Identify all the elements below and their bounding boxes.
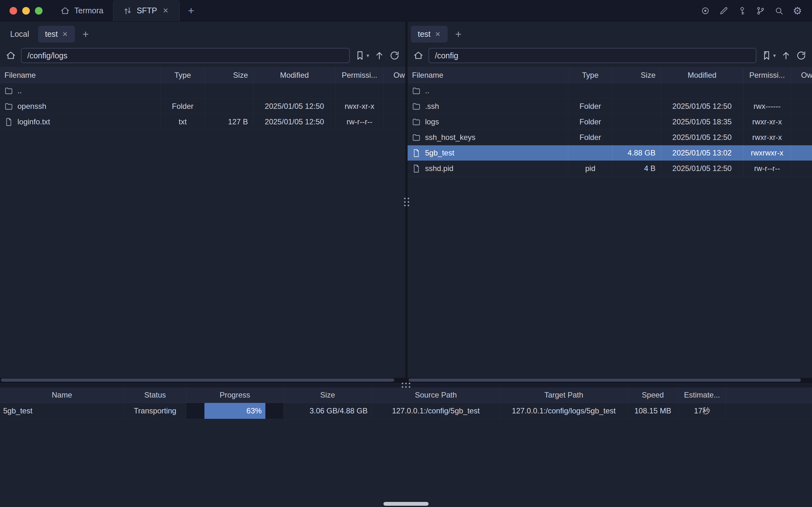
- scrollbar-thumb[interactable]: [1, 379, 394, 382]
- file-modified-cell: 2025/01/05 12:50: [661, 130, 744, 145]
- file-row[interactable]: loginfo.txttxt127 B2025/01/05 12:50rw-r-…: [0, 114, 405, 130]
- search-icon[interactable]: [774, 6, 784, 16]
- left-table-header: FilenameTypeSizeModifiedPermissi...Ow: [0, 67, 405, 83]
- refresh-icon[interactable]: [389, 50, 400, 61]
- pane-tab-test[interactable]: test✕: [38, 26, 75, 43]
- transfer-column-header-status[interactable]: Status: [124, 387, 186, 403]
- chevron-down-icon[interactable]: ▾: [366, 52, 369, 59]
- zoom-window-button[interactable]: [35, 7, 43, 15]
- file-owner-cell: [791, 145, 812, 161]
- column-header-perm[interactable]: Permissi...: [744, 68, 791, 83]
- transfer-table-body: 5gb_testTransporting63%3.06 GB/4.88 GB12…: [0, 403, 812, 419]
- file-name-cell: sshd.pid: [408, 161, 568, 176]
- file-name-label: ..: [17, 86, 21, 95]
- right-horizontal-scrollbar[interactable]: [408, 378, 812, 382]
- path-input[interactable]: [21, 48, 350, 63]
- file-row[interactable]: ..: [408, 83, 812, 99]
- file-modified-cell: 2025/01/05 18:35: [661, 114, 744, 129]
- file-size-cell: [613, 99, 661, 114]
- column-header-name[interactable]: Filename: [0, 68, 161, 83]
- close-tab-icon[interactable]: ✕: [435, 31, 441, 38]
- column-header-owner[interactable]: Ow: [383, 68, 405, 83]
- file-row[interactable]: .sshFolder2025/01/05 12:50rwx------: [408, 99, 812, 114]
- file-row[interactable]: ..: [0, 83, 405, 99]
- column-header-size[interactable]: Size: [205, 68, 253, 83]
- minimize-window-button[interactable]: [22, 7, 30, 15]
- tab-sftp[interactable]: SFTP ✕: [113, 0, 180, 21]
- file-row[interactable]: opensshFolder2025/01/05 12:50rwxr-xr-x: [0, 99, 405, 114]
- file-row[interactable]: ssh_host_keysFolder2025/01/05 12:50rwxr-…: [408, 130, 812, 145]
- transfer-column-header-progress[interactable]: Progress: [186, 387, 284, 403]
- scrollbar-thumb[interactable]: [409, 379, 801, 382]
- file-row[interactable]: 5gb_test4.88 GB2025/01/05 13:02rwxrwxr-x: [408, 145, 812, 161]
- home-icon[interactable]: [6, 50, 16, 61]
- folder-icon: [412, 133, 421, 142]
- column-header-owner[interactable]: Ow: [791, 68, 812, 83]
- key-icon[interactable]: [737, 6, 747, 16]
- right-table-empty-area: [408, 176, 812, 378]
- home-icon: [60, 6, 70, 15]
- splitter-grip-icon: [402, 383, 411, 388]
- tab-termora[interactable]: Termora: [51, 0, 113, 21]
- new-window-tab-button[interactable]: +: [180, 0, 203, 21]
- transfer-row[interactable]: 5gb_testTransporting63%3.06 GB/4.88 GB12…: [0, 403, 812, 419]
- column-header-mod[interactable]: Modified: [253, 68, 336, 83]
- transfer-source-path-cell: 127.0.0.1:/config/5gb_test: [372, 403, 500, 419]
- close-tab-icon[interactable]: ✕: [62, 31, 68, 38]
- pane-tab-test[interactable]: test✕: [411, 26, 447, 43]
- path-input[interactable]: [429, 48, 756, 63]
- transfer-column-header-speed[interactable]: Speed: [628, 387, 679, 403]
- right-pane-tabs: test✕+: [408, 21, 812, 46]
- transfer-status-cell: Transporting: [124, 403, 186, 419]
- file-size-cell: 4.88 GB: [613, 145, 661, 161]
- left-horizontal-scrollbar[interactable]: [0, 378, 405, 382]
- transfer-column-header-size[interactable]: Size: [284, 387, 372, 403]
- transfer-column-header-target[interactable]: Target Path: [500, 387, 628, 403]
- transfer-estimate-cell: 17秒: [679, 403, 726, 419]
- file-permissions-cell: rwxr-xr-x: [744, 114, 791, 129]
- transfer-column-header-estimate[interactable]: Estimate...: [679, 387, 726, 403]
- transfer-column-header-name[interactable]: Name: [0, 387, 124, 403]
- file-size-cell: [205, 99, 253, 114]
- new-pane-tab-button[interactable]: +: [77, 28, 95, 40]
- file-permissions-cell: [336, 83, 383, 98]
- transfer-column-header-source[interactable]: Source Path: [372, 387, 500, 403]
- bookmark-icon[interactable]: [355, 50, 365, 61]
- transfer-target-path-cell: 127.0.0.1:/config/logs/5gb_test: [500, 403, 628, 419]
- horizontal-splitter[interactable]: [0, 382, 812, 387]
- column-header-type[interactable]: Type: [161, 68, 205, 83]
- home-icon[interactable]: [413, 50, 424, 61]
- file-icon: [4, 118, 13, 126]
- column-header-name[interactable]: Filename: [408, 68, 568, 83]
- file-permissions-cell: rwxr-xr-x: [744, 130, 791, 145]
- file-type-cell: Folder: [568, 114, 613, 129]
- column-header-size[interactable]: Size: [613, 68, 661, 83]
- close-tab-icon[interactable]: ✕: [162, 7, 170, 15]
- file-name-label: .ssh: [425, 102, 439, 111]
- edit-icon[interactable]: [719, 6, 729, 16]
- transfer-panel: NameStatusProgressSizeSource PathTarget …: [0, 387, 812, 419]
- record-icon[interactable]: [700, 6, 710, 16]
- refresh-icon[interactable]: [796, 50, 806, 61]
- settings-icon[interactable]: ⚙: [792, 6, 803, 16]
- new-pane-tab-button[interactable]: +: [449, 28, 467, 40]
- parent-directory-icon[interactable]: [781, 50, 791, 61]
- file-row[interactable]: sshd.pidpid4 B2025/01/05 12:50rw-r--r--: [408, 161, 812, 176]
- file-row[interactable]: logsFolder2025/01/05 18:35rwxr-xr-x: [408, 114, 812, 130]
- bookmark-icon[interactable]: [762, 50, 772, 61]
- branch-icon[interactable]: [756, 6, 766, 16]
- bottom-scrollbar-thumb[interactable]: [383, 502, 429, 506]
- close-window-button[interactable]: [9, 7, 17, 15]
- folder-icon: [412, 118, 421, 126]
- transfer-table-header: NameStatusProgressSizeSource PathTarget …: [0, 387, 812, 403]
- left-pane: Localtest✕+ ▾ Filenam: [0, 21, 405, 382]
- column-header-mod[interactable]: Modified: [661, 68, 744, 83]
- column-header-perm[interactable]: Permissi...: [336, 68, 383, 83]
- chevron-down-icon[interactable]: ▾: [773, 52, 776, 59]
- right-pane: test✕+ ▾ FilenameType: [408, 21, 812, 382]
- file-permissions-cell: [744, 83, 791, 98]
- vertical-splitter[interactable]: [405, 21, 408, 382]
- column-header-type[interactable]: Type: [568, 68, 613, 83]
- parent-directory-icon[interactable]: [374, 50, 384, 61]
- pane-tab-local[interactable]: Local: [3, 26, 36, 43]
